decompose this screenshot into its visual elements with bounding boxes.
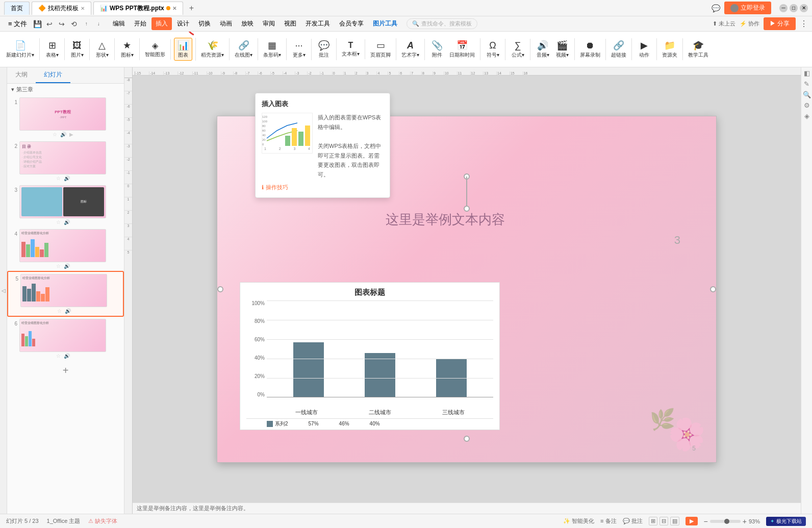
handle-bottom[interactable] (464, 206, 470, 212)
format-icon[interactable]: ⟲ (69, 19, 79, 29)
view-icon-1[interactable]: ⊞ (649, 517, 657, 525)
message-icon[interactable]: 💬 (712, 4, 720, 12)
shape-button[interactable]: △ 形状▾ (93, 38, 111, 60)
menu-item-animate[interactable]: 动画 (216, 17, 236, 30)
view-icon-3[interactable]: ▤ (670, 517, 679, 525)
menu-item-slideshow[interactable]: 放映 (237, 17, 258, 30)
star-icon-4[interactable]: ☆ (56, 263, 61, 269)
redo-icon[interactable]: ↪ (57, 19, 67, 29)
up-icon[interactable]: ↑ (81, 19, 91, 29)
chart-button[interactable]: 📊 图表 (174, 38, 192, 61)
add-tab-button[interactable]: + (185, 2, 198, 15)
left-panel-toggle[interactable]: ◁ (0, 67, 7, 514)
menu-item-member[interactable]: 会员专享 (335, 17, 368, 30)
icon-button[interactable]: ★ 图标▾ (118, 38, 136, 60)
add-slide-button[interactable]: + (7, 361, 124, 381)
new-slide-button[interactable]: 📄 新建幻灯片▾ (4, 38, 36, 60)
view-icon-2[interactable]: ⊟ (659, 517, 668, 525)
menu-item-view[interactable]: 视图 (280, 17, 300, 30)
play-button[interactable]: ▶ (686, 517, 698, 525)
menu-item-insert[interactable]: 插入 (151, 17, 172, 30)
font-warning[interactable]: ⚠ 缺失字体 (88, 517, 117, 525)
menu-item-dev[interactable]: 开发工具 (301, 17, 334, 30)
star-icon-3[interactable]: ☆ (56, 219, 61, 225)
sidebar-tab-outline[interactable]: 大纲 (7, 67, 36, 83)
comment-button[interactable]: 💬 批注 (315, 38, 333, 60)
smart-beauty-btn[interactable]: ✨ 智能美化 (563, 517, 594, 525)
date-button[interactable]: 📅 日期和时间 (447, 38, 477, 60)
slide-item-6[interactable]: 6 经营业绩图形化分析 ☆ 🔊 (7, 317, 124, 361)
slide-item-3[interactable]: 3 图标 ☆ 🔊 (7, 183, 124, 227)
tab-template[interactable]: 🔶 找稻壳模板 ✕ (32, 2, 91, 15)
image-button[interactable]: 🖼 图片▾ (68, 39, 86, 60)
undo-icon[interactable]: ↩ (44, 19, 55, 29)
down-icon[interactable]: ↓ (93, 19, 104, 29)
qr-button[interactable]: ▦ 条形码▾ (261, 38, 283, 60)
resources-button[interactable]: 🌾 稻壳资源▾ (199, 38, 226, 60)
handle-right[interactable] (710, 286, 716, 292)
comment-toggle[interactable]: 💬 批注 (623, 517, 643, 525)
tab-home[interactable]: 首页 (4, 2, 30, 15)
menu-item-start[interactable]: 开始 (130, 17, 150, 30)
right-panel-icon-2[interactable]: ✎ (804, 80, 809, 88)
audio-icon-5[interactable]: 🔊 (65, 308, 71, 314)
play-icon-1[interactable]: ▶ (69, 132, 73, 137)
action-button[interactable]: ▶ 动作 (635, 38, 653, 60)
zoom-slider[interactable] (710, 520, 741, 523)
teach-button[interactable]: 🎓 教学工具 (686, 38, 711, 60)
star-icon-2[interactable]: ☆ (56, 175, 61, 181)
handle-left[interactable] (217, 286, 223, 292)
menu-item-design[interactable]: 设计 (173, 17, 193, 30)
more-button[interactable]: ··· 更多▾ (290, 39, 308, 60)
minimize-button[interactable]: ─ (779, 4, 788, 12)
menu-item-switch[interactable]: 切换 (194, 17, 215, 30)
header-button[interactable]: ▭ 页眉页脚 (368, 38, 393, 60)
sidebar-tab-slides[interactable]: 幻灯片 (36, 67, 70, 83)
right-panel-icon-5[interactable]: ◈ (804, 112, 809, 120)
audio-icon-3[interactable]: 🔊 (64, 219, 70, 225)
attach-button[interactable]: 📎 附件 (428, 38, 446, 60)
formula-button[interactable]: ∑ 公式▾ (509, 39, 527, 60)
share-button[interactable]: ▶ 分享 (764, 17, 796, 30)
handle-bottom-canvas[interactable] (464, 436, 470, 442)
slide-thumbnail-2[interactable]: 目 录 · 介绍基本信息 · 介绍公司文化 · 详细介绍产品 · 应对方案 (19, 141, 106, 174)
resfolder-button[interactable]: 📁 资源夹 (660, 38, 679, 60)
login-button[interactable]: 立即登录 (724, 2, 771, 14)
slide-thumbnail-3[interactable]: 图标 (19, 185, 106, 218)
menu-item-image-tool[interactable]: 图片工具 (369, 17, 401, 30)
slide-thumbnail-4[interactable]: 经营业绩图形化分析 (19, 229, 106, 262)
smart-shape-button[interactable]: ◈ 智能图形 (143, 39, 167, 60)
star-icon-5[interactable]: ☆ (57, 308, 62, 314)
online-diagram-button[interactable]: 🔗 在线图▾ (233, 38, 255, 60)
table-button[interactable]: ⊞ 表格▾ (43, 38, 61, 60)
record-button[interactable]: ⏺ 屏幕录制 (578, 39, 602, 60)
save-icon[interactable]: 💾 (32, 19, 42, 29)
symbol-button[interactable]: Ω 符号▾ (484, 39, 502, 60)
zoom-in-btn[interactable]: + (743, 517, 747, 525)
right-panel-icon-4[interactable]: ⚙ (804, 102, 810, 109)
chart-container[interactable]: 图表标题 0% 20% 40% 60% 80% 100% (240, 282, 500, 430)
collapse-icon[interactable]: ▾ (11, 86, 14, 93)
coop-btn[interactable]: ⚡ 协作 (740, 20, 759, 28)
slide-thumbnail-1[interactable]: PPT教程 · PPT (19, 97, 106, 131)
arttext-button[interactable]: A 艺术字▾ (399, 39, 421, 60)
close-icon[interactable]: ✕ (81, 6, 85, 11)
audio-icon-1[interactable]: 🔊 (60, 132, 66, 137)
slide-item-5[interactable]: 5 经营业绩图形化分析 ☆ 🔊 (7, 271, 124, 317)
right-panel-icon-3[interactable]: 🔍 (803, 91, 811, 98)
star-icon-1[interactable]: ☆ (53, 132, 57, 137)
slide-item-1[interactable]: 1 PPT教程 · PPT ☆ 🔊 ▶ (7, 95, 124, 139)
slide-item-4[interactable]: 4 经营业绩图形化分析 ☆ 🔊 (7, 227, 124, 271)
zoom-out-btn[interactable]: − (704, 517, 708, 525)
audio-icon-2[interactable]: 🔊 (64, 175, 70, 181)
audio-icon-4[interactable]: 🔊 (64, 263, 70, 269)
notes-toggle[interactable]: ≡ 备注 (600, 517, 616, 525)
maximize-button[interactable]: □ (790, 4, 798, 12)
search-box[interactable]: 🔍 查找命令、搜索模板 (407, 18, 477, 29)
audio-button[interactable]: 🔊 音频▾ (534, 38, 552, 60)
close-button[interactable]: ✕ (800, 4, 808, 12)
right-panel-icon-1[interactable]: ◧ (804, 69, 810, 77)
close-tab-icon[interactable]: ✕ (172, 6, 176, 11)
menu-item-edit[interactable]: 编辑 (109, 17, 129, 30)
slide-thumbnail-5[interactable]: 经营业绩图形化分析 (20, 274, 107, 307)
